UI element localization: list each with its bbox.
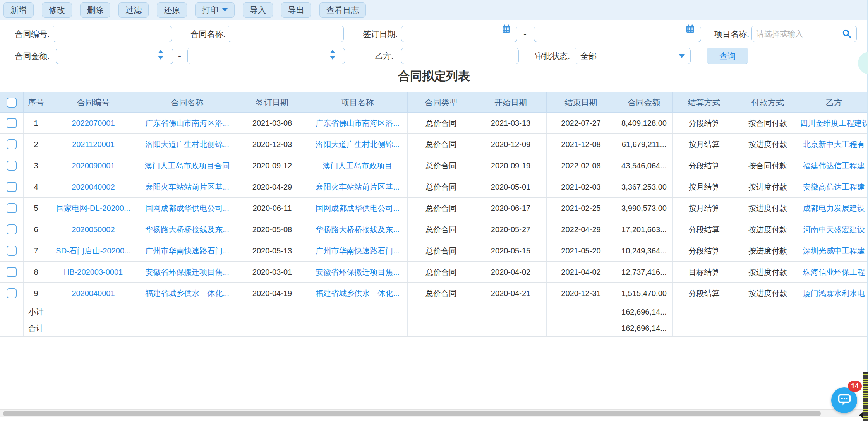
cell-project-link[interactable]: 澳门人工岛市政项目 (308, 155, 407, 176)
row-checkbox[interactable] (7, 118, 17, 128)
cell-contract-code-link[interactable]: 国家电网-DL-20200... (49, 198, 138, 219)
cell-contract-name-link[interactable]: 广州市华南快速路石门... (138, 240, 237, 262)
cell-partyb-link[interactable]: 四川金维度工程建设 (800, 113, 868, 134)
status-select[interactable]: 全部 (575, 48, 691, 64)
total-row: 合计 162,696,14... (0, 320, 868, 337)
horizontal-scrollbar-thumb[interactable] (3, 411, 821, 416)
magnifier-icon[interactable] (842, 29, 852, 40)
filter-button[interactable]: 过滤 (118, 2, 149, 18)
cell-no: 1 (23, 113, 49, 134)
select-all-checkbox[interactable] (7, 98, 17, 108)
cell-contract-name-link[interactable]: 国网成都成华供电公司... (138, 198, 237, 219)
cell-pay-method: 按进度付款 (736, 219, 800, 240)
filter-form: 合同编号: 合同名称: 签订日期: - 项目名称: 合同金额: - 乙方: 审批… (0, 20, 868, 92)
row-checkbox[interactable] (7, 246, 17, 256)
cell-contract-code-link[interactable]: HB-202003-0001 (49, 262, 138, 283)
row-checkbox[interactable] (7, 288, 17, 298)
row-checkbox[interactable] (7, 267, 17, 277)
cell-end-date: 2022-02-08 (546, 155, 616, 176)
cell-partyb-link[interactable]: 厦门鸿霖水利水电 (800, 283, 868, 304)
cell-contract-type: 总价合同 (407, 198, 475, 219)
cell-project-link[interactable]: 国网成都成华供电公司... (308, 198, 407, 219)
cell-partyb-link[interactable]: 成都电力发展建设 (800, 198, 868, 219)
cell-contract-code-link[interactable]: 2022070001 (49, 113, 138, 134)
table-row: 7 SD-石门唐山-20200... 广州市华南快速路石门... 2020-05… (0, 240, 868, 262)
cell-partyb-link[interactable]: 北京新中大工程有 (800, 134, 868, 155)
cell-partyb-link[interactable]: 深圳光威申工程建 (800, 240, 868, 262)
add-button[interactable]: 新增 (3, 2, 34, 18)
table-row: 8 HB-202003-0001 安徽省环保搬迁项目焦... 2020-03-0… (0, 262, 868, 283)
print-button[interactable]: 打印 (195, 2, 235, 18)
col-header-partyb: 乙方 (800, 92, 868, 113)
row-checkbox[interactable] (7, 203, 17, 213)
cell-contract-name-link[interactable]: 洛阳大道广生村北侧锦... (138, 134, 237, 155)
contract-no-input[interactable] (53, 26, 172, 42)
cell-partyb-link[interactable]: 珠海信业环保工程 (800, 262, 868, 283)
calendar-icon[interactable] (502, 24, 511, 35)
cell-project-link[interactable]: 襄阳火车站站前片区基... (308, 176, 407, 198)
cell-pay-method: 按进度付款 (736, 283, 800, 304)
query-button[interactable]: 查询 (707, 48, 748, 64)
cell-contract-name-link[interactable]: 襄阳火车站站前片区基... (138, 176, 237, 198)
subtotal-label: 小计 (23, 304, 49, 320)
cell-contract-code-link[interactable]: 2020040001 (49, 283, 138, 304)
row-checkbox[interactable] (7, 182, 17, 192)
cell-end-date: 2021-02-25 (546, 198, 616, 219)
cell-no: 6 (23, 219, 49, 240)
amount-from-stepper[interactable] (56, 48, 173, 64)
horizontal-scrollbar[interactable] (0, 409, 868, 417)
cell-contract-code-link[interactable]: 2020050002 (49, 219, 138, 240)
project-name-input[interactable] (751, 26, 857, 42)
stepper-arrows-icon[interactable] (330, 50, 335, 60)
cell-contract-name-link[interactable]: 华扬路大桥桥接线及东... (138, 219, 237, 240)
cell-partyb-link[interactable]: 安徽高信达工程建 (800, 176, 868, 198)
cell-contract-type: 总价合同 (407, 219, 475, 240)
cell-project-link[interactable]: 华扬路大桥桥接线及东... (308, 219, 407, 240)
restore-button[interactable]: 还原 (157, 2, 187, 18)
cell-project-link[interactable]: 广州市华南快速路石门... (308, 240, 407, 262)
chat-unread-badge: 14 (848, 381, 862, 392)
delete-button[interactable]: 删除 (80, 2, 110, 18)
amount-range-dash: - (174, 48, 185, 64)
stepper-arrows-icon[interactable] (158, 50, 163, 60)
cell-amount: 61,679,211... (616, 134, 672, 155)
cell-contract-code-link[interactable]: 2021120001 (49, 134, 138, 155)
cell-contract-code-link[interactable]: 2020090001 (49, 155, 138, 176)
cell-amount: 1,515,470.00 (616, 283, 672, 304)
partyb-input[interactable] (401, 48, 519, 64)
subtotal-amount: 162,696,14... (616, 304, 672, 320)
row-checkbox[interactable] (7, 224, 17, 234)
cell-partyb-link[interactable]: 河南中天盛宏建设 (800, 219, 868, 240)
cell-sign-date: 2020-06-11 (237, 198, 308, 219)
cell-contract-name-link[interactable]: 广东省佛山市南海区洛... (138, 113, 237, 134)
cell-start-date: 2020-05-15 (475, 240, 546, 262)
sign-date-to-input[interactable] (534, 26, 701, 42)
cell-start-date: 2020-05-01 (475, 176, 546, 198)
cell-settle-method: 分段结算 (672, 113, 736, 134)
calendar-icon[interactable] (686, 24, 695, 35)
cell-project-link[interactable]: 安徽省环保搬迁项目焦... (308, 262, 407, 283)
view-log-button[interactable]: 查看日志 (319, 2, 366, 18)
cell-end-date: 2020-12-31 (546, 283, 616, 304)
row-checkbox[interactable] (7, 161, 17, 171)
cell-project-link[interactable]: 广东省佛山市南海区洛... (308, 113, 407, 134)
contract-name-input[interactable] (228, 26, 344, 42)
cell-contract-name-link[interactable]: 澳门人工岛市政项目合同 (138, 155, 237, 176)
import-button[interactable]: 导入 (243, 2, 273, 18)
cell-partyb-link[interactable]: 福建伟达信工程建 (800, 155, 868, 176)
cell-contract-name-link[interactable]: 安徽省环保搬迁项目焦... (138, 262, 237, 283)
vertical-scrollbar-thumb[interactable] (863, 372, 868, 421)
row-checkbox[interactable] (7, 139, 17, 149)
cell-contract-code-link[interactable]: 2020040002 (49, 176, 138, 198)
cell-project-link[interactable]: 福建省城乡供水一体化... (308, 283, 407, 304)
cell-contract-code-link[interactable]: SD-石门唐山-20200... (49, 240, 138, 262)
edit-button[interactable]: 修改 (42, 2, 72, 18)
col-header-type: 合同类型 (407, 92, 475, 113)
cell-project-link[interactable]: 洛阳大道广生村北侧锦... (308, 134, 407, 155)
amount-to-stepper[interactable] (187, 48, 345, 64)
cell-amount: 43,546,064... (616, 155, 672, 176)
table-row: 1 2022070001 广东省佛山市南海区洛... 2021-03-08 广东… (0, 113, 868, 134)
export-button[interactable]: 导出 (281, 2, 311, 18)
cell-contract-name-link[interactable]: 福建省城乡供水一体化... (138, 283, 237, 304)
sign-date-from-input[interactable] (401, 26, 517, 42)
